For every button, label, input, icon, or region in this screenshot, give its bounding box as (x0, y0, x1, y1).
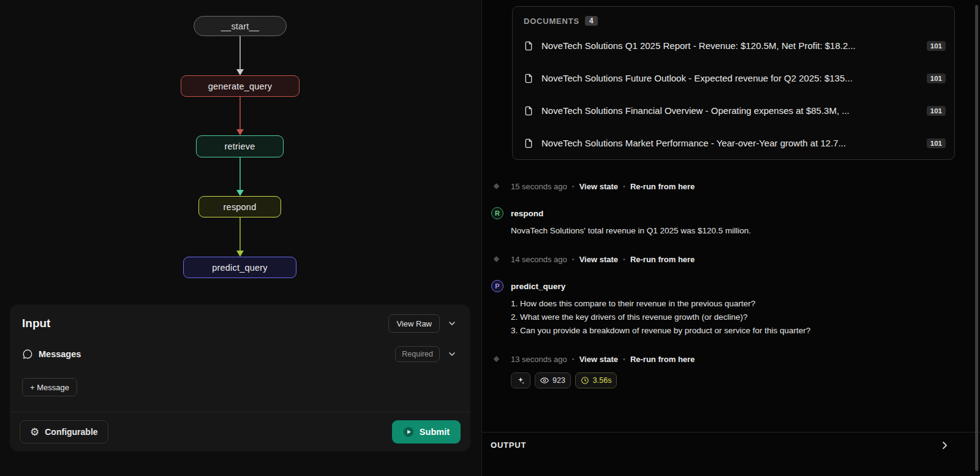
dot-separator: • (623, 183, 625, 190)
document-title: NoveTech Solutions Market Performance - … (541, 138, 919, 148)
view-state-link[interactable]: View state (579, 255, 618, 264)
node-output-text: 1. How does this compare to their revenu… (511, 297, 956, 311)
app-window: __start__ generate_query retrieve respon… (0, 0, 980, 476)
token-count: 923 (552, 376, 565, 385)
node-output-text: NovaTech Solutions' total revenue in Q1 … (511, 224, 956, 238)
checkpoint-time: 15 seconds ago (511, 182, 567, 191)
messages-collapse-button[interactable] (446, 348, 458, 360)
rerun-link[interactable]: Re-run from here (630, 355, 695, 364)
eye-icon (540, 376, 549, 385)
node-output-text: 2. What were the key drivers of this rev… (511, 311, 956, 324)
input-panel-header: Input View Raw (10, 304, 470, 333)
output-section[interactable]: OUTPUT (482, 432, 980, 476)
node-output-respond: NovaTech Solutions' total revenue in Q1 … (511, 224, 956, 238)
chevron-down-icon (447, 349, 457, 359)
messages-label: Messages (39, 349, 81, 359)
checkpoint-time: 13 seconds ago (511, 355, 567, 364)
checkpoint-meta-row: 15 seconds ago • View state • Re-run fro… (511, 181, 956, 192)
dot-separator: • (623, 255, 625, 263)
graph-node-generate-query[interactable]: generate_query (181, 75, 300, 97)
document-row[interactable]: NoveTech Solutions Future Outlook - Expe… (513, 62, 954, 94)
rerun-link[interactable]: Re-run from here (630, 182, 695, 191)
document-title: NoveTech Solutions Financial Overview - … (541, 105, 919, 116)
node-output-text: 3. Can you provide a breakdown of revenu… (511, 324, 956, 338)
duration-badge[interactable]: 3.56s (575, 372, 617, 388)
input-panel-footer: ⚙ Configurable Submit (10, 412, 470, 451)
node-entry-respond: R respond (511, 206, 956, 220)
checkpoint-diamond-icon (494, 356, 500, 362)
dot-separator: • (572, 255, 575, 263)
dot-separator: • (572, 183, 575, 190)
run-panel: DOCUMENTS 4 NoveTech Solutions Q1 2025 R… (481, 0, 980, 476)
view-raw-label: View Raw (396, 319, 432, 328)
submit-button[interactable]: Submit (392, 420, 461, 444)
arrowhead-generate-retrieve (236, 129, 244, 135)
checkpoint-meta-row: 13 seconds ago • View state • Re-run fro… (511, 353, 956, 365)
dot-separator: • (623, 355, 625, 363)
gear-icon: ⚙ (30, 427, 39, 437)
node-avatar-predict-query: P (491, 280, 503, 292)
dot-separator: • (572, 355, 575, 363)
sparkles-icon (516, 376, 525, 385)
configurable-button[interactable]: ⚙ Configurable (20, 420, 108, 444)
duration-value: 3.56s (593, 376, 612, 385)
node-entry-predict-query: P predict_query (511, 279, 956, 293)
documents-header: DOCUMENTS (524, 17, 579, 26)
graph-canvas[interactable]: __start__ generate_query retrieve respon… (0, 0, 481, 476)
token-count-badge[interactable]: 923 (535, 372, 571, 388)
checkpoint-meta-row: 14 seconds ago • View state • Re-run fro… (511, 254, 956, 265)
graph-node-retrieve[interactable]: retrieve (196, 135, 284, 157)
clock-icon (581, 376, 589, 385)
graph-node-respond[interactable]: respond (198, 196, 281, 217)
arrowhead-retrieve-respond (236, 190, 244, 196)
add-message-button[interactable]: + Message (22, 378, 77, 396)
file-icon (524, 74, 533, 83)
rerun-link[interactable]: Re-run from here (630, 255, 695, 264)
sparkles-badge[interactable] (511, 372, 530, 388)
file-icon (524, 106, 533, 116)
chat-bubble-icon (22, 349, 33, 360)
chevron-right-icon (940, 440, 949, 450)
node-avatar-respond: R (491, 207, 503, 219)
file-icon (524, 41, 533, 51)
node-name: predict_query (511, 282, 565, 291)
documents-card: DOCUMENTS 4 NoveTech Solutions Q1 2025 R… (512, 6, 955, 160)
view-raw-button[interactable]: View Raw (388, 314, 440, 333)
document-length-badge: 101 (927, 74, 946, 83)
checkpoint-time: 14 seconds ago (511, 255, 567, 264)
document-title: NoveTech Solutions Q1 2025 Report - Reve… (541, 40, 919, 51)
checkpoint-diamond-icon (494, 183, 500, 189)
input-panel: Input View Raw Messages (10, 304, 470, 451)
chevron-down-icon (447, 319, 457, 328)
arrowhead-start-generate (236, 69, 244, 75)
run-stats-row: 923 3.56s (511, 372, 956, 388)
document-row[interactable]: NoveTech Solutions Financial Overview - … (513, 94, 954, 127)
document-row[interactable]: NoveTech Solutions Q1 2025 Report - Reve… (513, 29, 954, 62)
document-length-badge: 101 (927, 106, 946, 116)
graph-node-start[interactable]: __start__ (194, 16, 287, 36)
view-state-link[interactable]: View state (579, 355, 618, 364)
scrollbar[interactable] (975, 5, 978, 471)
file-icon (524, 138, 533, 148)
add-message-label: + Message (30, 383, 69, 392)
play-circle-icon (403, 426, 414, 437)
submit-label: Submit (420, 427, 450, 437)
output-header: OUTPUT (491, 440, 526, 450)
document-length-badge: 101 (927, 138, 946, 148)
documents-count-badge: 4 (585, 16, 598, 26)
required-badge: Required (395, 346, 440, 362)
document-length-badge: 101 (927, 41, 946, 51)
node-name: respond (511, 209, 543, 218)
view-state-link[interactable]: View state (579, 182, 618, 191)
document-row[interactable]: NoveTech Solutions Market Performance - … (513, 127, 954, 159)
input-panel-title: Input (22, 317, 50, 330)
configurable-label: Configurable (45, 427, 97, 437)
arrowhead-respond-predict (236, 251, 244, 257)
graph-node-predict-query[interactable]: predict_query (183, 257, 296, 278)
checkpoint-diamond-icon (494, 256, 500, 262)
input-collapse-button[interactable] (446, 317, 458, 330)
node-output-predict-query: 1. How does this compare to their revenu… (511, 297, 956, 338)
document-title: NoveTech Solutions Future Outlook - Expe… (541, 73, 919, 83)
messages-row: Messages Required (10, 346, 470, 362)
